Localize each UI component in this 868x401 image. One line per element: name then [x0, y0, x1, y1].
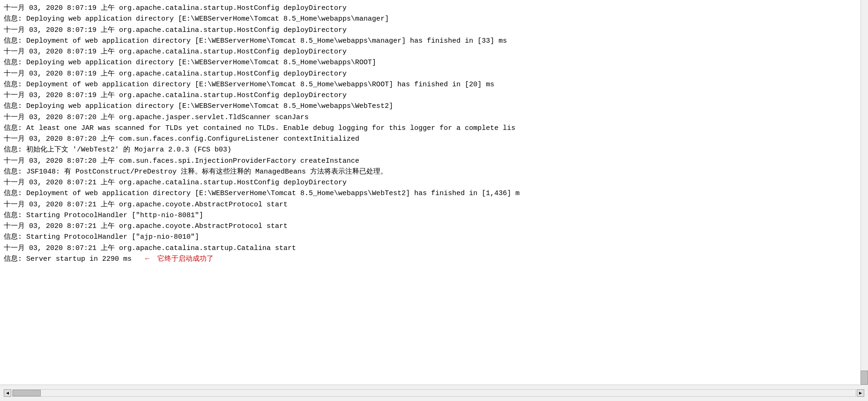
vertical-scrollbar[interactable]: [861, 0, 868, 385]
log-line: 十一月 03, 2020 8:07:21 上午 org.apache.coyot…: [4, 221, 864, 232]
server-startup-text: 信息: Server startup in 2290 ms: [4, 255, 132, 263]
bottom-bar: ◀ ▶: [0, 385, 868, 401]
log-line: 信息: Starting ProtocolHandler ["http-nio-…: [4, 210, 864, 221]
log-line: 信息: Deploying web application directory …: [4, 101, 864, 112]
log-area: 十一月 03, 2020 8:07:19 上午 org.apache.catal…: [0, 0, 868, 385]
log-line: 信息: Deployment of web application direct…: [4, 188, 864, 199]
horizontal-scrollbar[interactable]: [12, 389, 856, 397]
scroll-right-button[interactable]: ▶: [857, 389, 864, 397]
log-line: 十一月 03, 2020 8:07:19 上午 org.apache.catal…: [4, 90, 864, 101]
console-container: 十一月 03, 2020 8:07:19 上午 org.apache.catal…: [0, 0, 868, 401]
log-line: 十一月 03, 2020 8:07:21 上午 org.apache.coyot…: [4, 199, 864, 210]
log-line: 十一月 03, 2020 8:07:19 上午 org.apache.catal…: [4, 46, 864, 57]
log-line: 信息: Starting ProtocolHandler ["ajp-nio-8…: [4, 232, 864, 242]
scrollbar-thumb[interactable]: [861, 371, 868, 385]
log-line: 十一月 03, 2020 8:07:19 上午 org.apache.catal…: [4, 3, 864, 14]
horizontal-scrollbar-thumb[interactable]: [13, 390, 41, 396]
log-line: 十一月 03, 2020 8:07:21 上午 org.apache.catal…: [4, 243, 864, 254]
log-line-final: 信息: Server startup in 2290 ms ← 它终于启动成功了: [4, 254, 864, 265]
log-line: 十一月 03, 2020 8:07:20 上午 org.apache.jaspe…: [4, 112, 864, 123]
log-line: 信息: Deployment of web application direct…: [4, 36, 864, 46]
log-line: 十一月 03, 2020 8:07:21 上午 org.apache.catal…: [4, 177, 864, 188]
log-line: 十一月 03, 2020 8:07:20 上午 com.sun.faces.co…: [4, 134, 864, 144]
success-annotation: 它终于启动成功了: [157, 255, 214, 263]
log-line: 十一月 03, 2020 8:07:20 上午 com.sun.faces.sp…: [4, 156, 864, 166]
log-line: 十一月 03, 2020 8:07:19 上午 org.apache.catal…: [4, 68, 864, 79]
log-line: 信息: Deployment of web application direct…: [4, 79, 864, 90]
log-line: 十一月 03, 2020 8:07:19 上午 org.apache.catal…: [4, 25, 864, 36]
scroll-left-button[interactable]: ◀: [4, 389, 11, 397]
log-line: 信息: 初始化上下文 '/WebTest2' 的 Mojarra 2.0.3 (…: [4, 144, 864, 155]
log-line: 信息: Deploying web application directory …: [4, 57, 864, 68]
arrow-icon: ←: [145, 255, 149, 263]
log-line: 信息: At least one JAR was scanned for TLD…: [4, 123, 864, 134]
log-line: 信息: Deploying web application directory …: [4, 14, 864, 24]
log-line: 信息: JSF1048: 有 PostConstruct/PreDestroy …: [4, 166, 864, 177]
